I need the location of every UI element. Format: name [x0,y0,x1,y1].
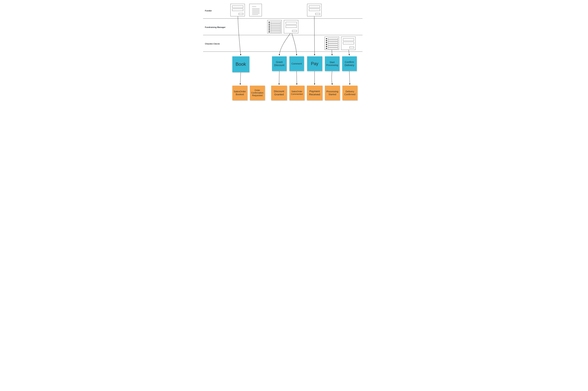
command-note-pay: Pay [307,56,322,71]
event-note-discount-granted: Discount Granted [271,86,287,100]
lane-separator [203,35,362,35]
lane-separator [203,18,362,19]
command-note-confirm-delivery: Confirm Delivery [342,56,357,71]
wireframe-list-icon [325,37,339,50]
wireframe-form-icon [230,4,245,16]
event-note-salesorder-booked: SalesOrder Booked [232,86,248,100]
command-note-book: Book [232,56,249,72]
event-note-processing-started: Processing Started [325,86,340,100]
event-note-payment-received: Payment Received [307,86,323,100]
command-note-comment: Comment [289,56,304,71]
event-note-order-confirmation-requested: Order Confirmation Requested [250,86,265,100]
wireframe-document-icon [249,4,262,16]
lane-label-funder: Funder [205,9,212,12]
command-note-grant-discount: Grant Discount [272,56,287,71]
wireframe-form-icon [341,37,355,50]
command-note-start-processing: Start Processing [325,56,339,71]
event-storming-canvas: Funder Fundraising Manager Checkin Clerc… [201,0,387,124]
event-note-delivery-confirmed: Delivery Confirmed [342,86,357,100]
event-note-salesorder-commented: SalesOrder Commented [289,86,305,100]
lane-label-checkin-clerk: Checkin Clerck [205,43,220,45]
wireframe-list-icon [267,20,282,33]
lane-label-fundraising-manager: Fundraising Manager [205,26,226,28]
wireframe-form-icon [284,20,298,33]
wireframe-form-icon [307,4,322,16]
